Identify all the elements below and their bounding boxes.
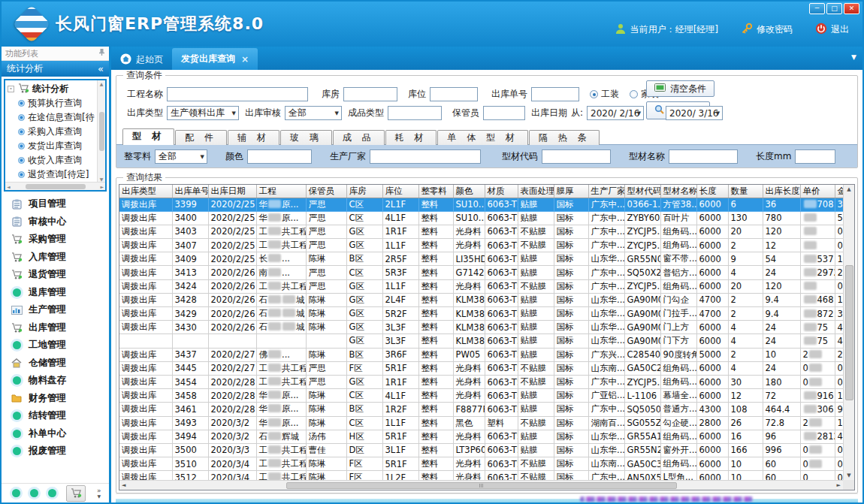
material-tab-耗材[interactable]: 耗 材 xyxy=(385,130,437,145)
tree-item[interactable]: 采购入库查询 xyxy=(8,125,105,139)
sidebar-item-退库管理[interactable]: 退库管理 xyxy=(2,284,109,302)
tree-expander-icon[interactable]: - xyxy=(8,86,14,92)
dot-icon[interactable] xyxy=(12,489,20,497)
outbound-type-select[interactable]: 生产领料出库 xyxy=(167,106,239,120)
warehouse-input[interactable] xyxy=(343,87,397,101)
table-row[interactable]: 调拨出库34452020/2/27工共工程严思F区5R1F整料光身料6063-T… xyxy=(119,361,855,375)
radio-gongzhuang[interactable]: 工装 xyxy=(590,88,619,101)
column-header[interactable]: 保管员 xyxy=(306,185,346,198)
tree-vertical-scrollbar[interactable]: ▲▼ xyxy=(97,80,105,183)
tree-item[interactable]: 预算执行查询 xyxy=(8,96,105,110)
dot-icon[interactable] xyxy=(30,489,38,497)
logout-button[interactable]: 退出 xyxy=(815,23,849,37)
sidebar-item-入库管理[interactable]: 入库管理 xyxy=(2,249,109,267)
column-header[interactable]: 出库长度 xyxy=(763,185,800,198)
tree-item[interactable]: 收货入库查询 xyxy=(8,153,105,167)
audit-select[interactable]: 全部 xyxy=(285,106,342,120)
sidebar-item-工地管理[interactable]: 工地管理 xyxy=(2,337,109,355)
table-row[interactable]: 调拨出库34002020/2/25华原...严思C区4L1F整料SU10...6… xyxy=(119,211,855,225)
column-header[interactable]: 出库类型 xyxy=(119,185,172,198)
column-header[interactable]: 颜色 xyxy=(453,185,485,198)
clear-conditions-button[interactable]: 清空条件 xyxy=(646,80,714,97)
tab-发货出库查询[interactable]: 发货出库查询× xyxy=(172,48,258,70)
column-header[interactable]: 型材代码 xyxy=(624,185,660,198)
close-tab-icon[interactable]: × xyxy=(241,54,249,65)
column-header[interactable]: 材质 xyxy=(485,185,518,198)
minimize-button[interactable]: ─ xyxy=(809,3,825,14)
material-tab-隔热条[interactable]: 隔 热 条 xyxy=(529,130,600,145)
tree-item[interactable]: 在途信息查询[待 xyxy=(8,110,105,125)
location-input[interactable] xyxy=(430,87,478,101)
more-buttons[interactable]: »▼ xyxy=(97,488,101,499)
material-tab-成品[interactable]: 成 品 xyxy=(333,130,385,145)
table-row[interactable]: 调拨出库35102020/3/4工共工程陈琳F区5R1F整料光身料6063-T5… xyxy=(119,457,855,471)
column-header[interactable]: 数量 xyxy=(728,185,763,198)
profile-code-input[interactable] xyxy=(542,149,611,164)
sidebar-item-物料盘存[interactable]: 物料盘存 xyxy=(2,372,109,390)
date-from-select[interactable]: 2020/ 2/16 xyxy=(587,106,644,120)
tab-起始页[interactable]: 起始页 xyxy=(111,50,172,70)
stats-section-header[interactable]: 统计分析 « xyxy=(2,61,109,77)
column-header[interactable]: 型材名称 xyxy=(660,185,696,198)
table-row[interactable]: 调拨出库34282020/2/26石城陈琳G区2L4F整料KLM38176063… xyxy=(119,293,855,306)
table-row[interactable]: 调拨出库34612020/2/28华原...陈琳B区1R2F整料F8877FT6… xyxy=(119,403,855,416)
table-row[interactable]: 调拨出库34292020/2/26石城陈琳G区5R2F整料KLM38176063… xyxy=(119,307,855,321)
table-row[interactable]: 调拨出库34372020/2/27佛...陈琳B区3R6F整料PW056063-… xyxy=(119,348,855,361)
sidebar-item-报废管理[interactable]: 报废管理 xyxy=(2,442,109,460)
table-row[interactable]: 调拨出库34542020/2/28工共工程严思G区1R1F整料光身料6063-T… xyxy=(119,375,855,388)
column-header[interactable]: 库位 xyxy=(382,185,418,198)
product-type-input[interactable] xyxy=(388,106,442,120)
date-to-select[interactable]: 2020/ 3/16 xyxy=(666,106,723,120)
table-row[interactable]: 调拨出库34072020/2/25工共工程严思G区1L1F整料光身料6063-T… xyxy=(119,239,855,252)
material-tab-玻璃[interactable]: 玻 璃 xyxy=(280,130,332,145)
color-input[interactable] xyxy=(247,149,312,164)
order-no-input[interactable] xyxy=(531,87,579,101)
column-header[interactable]: 整零料 xyxy=(418,185,453,198)
sidebar-item-财务管理[interactable]: 财务管理 xyxy=(2,390,109,408)
sidebar-item-退货管理[interactable]: 退货管理 xyxy=(2,266,109,284)
table-row[interactable]: G区3L3F整料KLM38176063-T5贴膜国标山东华...GA90M09.… xyxy=(119,334,855,348)
sidebar-item-审核中心[interactable]: 审核中心 xyxy=(2,213,109,231)
sidebar-item-补单中心[interactable]: 补单中心 xyxy=(2,425,109,443)
profile-name-input[interactable] xyxy=(669,149,738,164)
maximize-button[interactable]: □ xyxy=(826,3,842,14)
column-header[interactable]: 生产厂家 xyxy=(588,185,624,198)
table-row[interactable]: 调拨出库34932020/3/2华原...陈琳C区1L1F整料黑色塑料不贴膜国标… xyxy=(119,416,855,430)
tree-item[interactable]: 发货出库查询 xyxy=(8,139,105,153)
column-header[interactable]: 长度 xyxy=(696,185,728,198)
column-header[interactable]: 单价 xyxy=(800,185,835,198)
tree-root[interactable]: - 统计分析 xyxy=(8,82,105,96)
table-row[interactable]: 调拨出库34582020/2/28华原...陈琳C区4L1F整料光身料6063-… xyxy=(119,389,855,403)
cart-shortcut-button[interactable] xyxy=(66,485,86,502)
table-row[interactable]: 调拨出库33992020/2/25华原...严思C区2L1F整料SU10...6… xyxy=(119,198,855,211)
table-row[interactable]: 调拨出库35002020/3/3工共工程曹佳D区3L1F整料LT3P606063… xyxy=(119,443,855,457)
table-row[interactable]: 调拨出库34302020/2/26石城陈琳G区3L3F整料KLM38176063… xyxy=(119,321,855,334)
close-button[interactable]: ✕ xyxy=(844,3,859,14)
material-tab-辅材[interactable]: 辅 材 xyxy=(228,130,279,145)
column-header[interactable]: 出库日期 xyxy=(208,185,256,198)
sidebar-item-出库管理[interactable]: 出库管理 xyxy=(2,319,109,337)
column-header[interactable]: 库房 xyxy=(346,185,382,198)
change-password-button[interactable]: 修改密码 xyxy=(741,23,793,37)
material-tab-型材[interactable]: 型 材 xyxy=(122,128,174,145)
keeper-input[interactable] xyxy=(483,106,525,120)
tab-list-dropdown-icon[interactable]: ▼ xyxy=(851,53,856,61)
whole-part-select[interactable]: 全部 xyxy=(155,149,207,164)
column-header[interactable]: 出库单号 xyxy=(172,185,208,198)
table-horizontal-scrollbar[interactable]: ◄► xyxy=(119,480,843,490)
table-vertical-scrollbar[interactable]: ▲▼ xyxy=(843,185,854,480)
dot-icon[interactable] xyxy=(48,489,56,497)
column-header[interactable]: 表面处理 xyxy=(518,185,554,198)
tree-horizontal-scrollbar[interactable]: ◄► xyxy=(5,182,105,190)
table-row[interactable]: 调拨出库34242020/2/26工共工程严思G区1L1F整料光身料6063-T… xyxy=(119,279,855,293)
sidebar-item-仓储管理[interactable]: 仓储管理 xyxy=(2,355,109,373)
column-header[interactable]: 膜厚 xyxy=(554,185,588,198)
tree-item[interactable]: 退货查询[待定] xyxy=(8,167,105,182)
column-header[interactable]: 工程 xyxy=(256,185,306,198)
sidebar-item-项目管理[interactable]: 项目管理 xyxy=(2,195,109,213)
material-tab-配件[interactable]: 配 件 xyxy=(175,130,227,145)
table-row[interactable]: 调拨出库34942020/3/2石辉城汤伟H区5R1F整料光身料6063-T5贴… xyxy=(119,430,855,443)
project-name-input[interactable] xyxy=(167,87,308,101)
sidebar-item-结转管理[interactable]: 结转管理 xyxy=(2,407,109,425)
table-row[interactable]: 调拨出库34032020/2/25工共工程严思G区1R1F整料光身料6063-T… xyxy=(119,225,855,238)
